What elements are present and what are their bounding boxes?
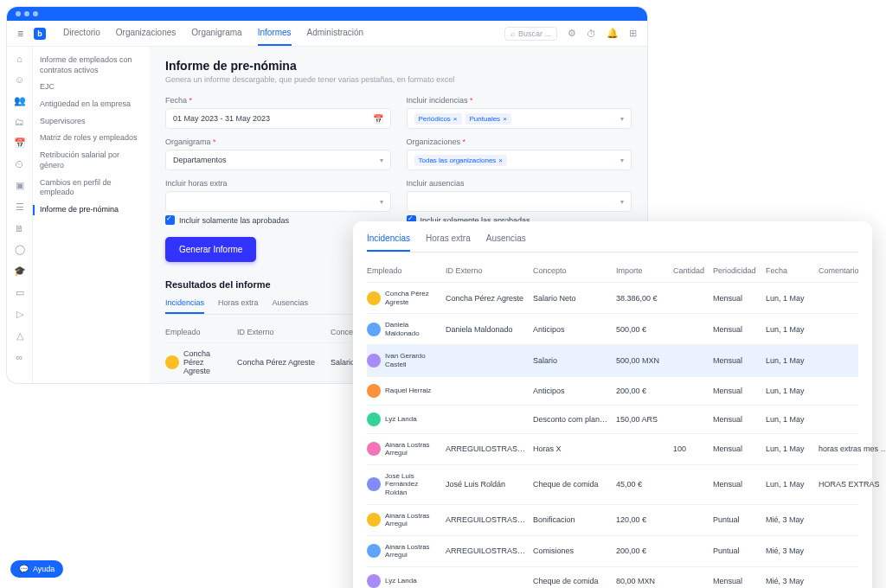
report-nav-item[interactable]: Antigüedad en la empresa <box>40 99 143 110</box>
select-horas-extra[interactable]: ▾ <box>165 191 391 212</box>
help-button[interactable]: 💬 Ayuda <box>10 560 63 578</box>
calendar-icon: 📅 <box>373 114 383 124</box>
topnav-item[interactable]: Informes <box>258 21 292 46</box>
label-organizaciones: Organizaciones <box>407 137 632 146</box>
gear-icon[interactable]: ⚙ <box>568 28 576 39</box>
results-tab[interactable]: Horas extra <box>218 298 259 314</box>
overlay-tab[interactable]: Horas extra <box>426 233 471 252</box>
icon-rail: ⌂ ☺ 👥 🗂 📅 ⏲ ▣ ☰ 🗎 ◯ 🎓 ▭ ▷ △ ∞ <box>7 47 33 383</box>
table-row[interactable]: Concha Pérez AgresteConcha Pérez Agreste… <box>367 283 858 314</box>
label-organigrama: Organigrama <box>165 137 391 146</box>
report-nav-item[interactable]: Supervisores <box>40 117 143 127</box>
tool-icon[interactable]: ▭ <box>16 287 24 298</box>
table-row[interactable]: Ivan Gerardo CastellSalario500,00 MXNMen… <box>367 345 858 376</box>
overlay-tabs: IncidenciasHoras extraAusencias <box>367 233 858 252</box>
label-horas-extra: Incluir horas extra <box>165 179 391 188</box>
users-icon[interactable]: 👥 <box>14 95 26 106</box>
input-fecha[interactable]: 01 May 2023 - 31 May 2023📅 <box>165 108 391 129</box>
table-row[interactable]: José Luis Fernández RoldánJosé Luis Rold… <box>367 465 858 505</box>
generate-report-button[interactable]: Generar Informe <box>165 237 256 262</box>
topnav-item[interactable]: Administración <box>307 21 364 46</box>
chip-remove-icon[interactable]: × <box>503 115 507 123</box>
report-nav-item[interactable]: Informe de pre-nómina <box>33 205 143 215</box>
chevron-down-icon: ▾ <box>380 198 383 206</box>
table-row[interactable]: Raquel HerraizAnticipos200,00 €MensualLu… <box>367 377 858 406</box>
select-incidencias[interactable]: Periódicos ×Puntuales ×▾ <box>407 108 632 129</box>
chip-remove-icon[interactable]: × <box>453 115 458 123</box>
overlay-tab[interactable]: Ausencias <box>486 233 526 252</box>
user-icon[interactable]: ☺ <box>15 74 24 85</box>
chip[interactable]: Todas las organizaciones × <box>414 155 508 166</box>
search-icon: ⌕ <box>510 29 515 38</box>
chevron-down-icon: ▾ <box>620 157 624 164</box>
report-nav-item[interactable]: Cambios en perfil de empleado <box>40 178 143 198</box>
results-tab[interactable]: Ausencias <box>273 298 309 314</box>
topnav-item[interactable]: Directorio <box>63 21 100 46</box>
cap-icon[interactable]: 🎓 <box>14 265 26 277</box>
page-title: Informe de pre-nómina <box>165 59 632 73</box>
detail-overlay: IncidenciasHoras extraAusencias Empleado… <box>353 221 872 588</box>
table-row[interactable]: Lyz LandaCheque de comida80,00 MXNMensua… <box>367 567 858 588</box>
overlay-header: EmpleadoID ExternoConceptoImporteCantida… <box>367 259 858 283</box>
chip[interactable]: Puntuales × <box>465 113 511 125</box>
results-tab[interactable]: Incidencias <box>165 298 204 314</box>
report-nav-item[interactable]: Matriz de roles y empleados <box>40 133 143 144</box>
topbar: ≡ b DirectorioOrganizacionesOrganigramaI… <box>7 21 647 47</box>
chip[interactable]: Periódicos × <box>414 113 462 125</box>
report-nav-item[interactable]: EJC <box>40 82 143 93</box>
play-icon[interactable]: ▷ <box>16 309 23 320</box>
briefcase-icon[interactable]: 🗂 <box>15 117 24 127</box>
report-nav-item[interactable]: Informe de empleados con contratos activ… <box>40 55 143 75</box>
report-nav-item[interactable]: Retribución salarial por género <box>40 150 143 170</box>
stopwatch-icon[interactable]: ⏱ <box>587 29 596 39</box>
table-row[interactable]: Lyz LandaDesconto com plano de Saúde150,… <box>367 406 858 434</box>
grid-icon[interactable]: ⊞ <box>629 28 637 39</box>
chevron-down-icon: ▾ <box>620 115 624 123</box>
chevron-down-icon: ▾ <box>620 198 624 206</box>
report-sidebar: Informe de empleados con contratos activ… <box>33 47 150 383</box>
link-icon[interactable]: ∞ <box>16 352 23 362</box>
menu-icon[interactable]: ≡ <box>17 28 23 40</box>
chevron-down-icon: ▾ <box>380 157 383 164</box>
window-titlebar <box>7 7 647 21</box>
app-logo[interactable]: b <box>34 28 46 40</box>
calendar-icon[interactable]: 📅 <box>14 137 26 149</box>
table-row[interactable]: Daniela MaldonadoDaniela MaldonadoAntici… <box>367 314 858 345</box>
table-row[interactable]: Ainara Lostras ArreguiARREGUILOSTRASAINA… <box>367 536 858 567</box>
table-row[interactable]: Ainara Lostras ArreguiARREGUILOSTRASAINA… <box>367 505 858 536</box>
list-icon[interactable]: ☰ <box>16 201 24 213</box>
topnav-item[interactable]: Organizaciones <box>116 21 176 46</box>
select-organizaciones[interactable]: Todas las organizaciones ×▾ <box>407 150 632 170</box>
globe-icon[interactable]: ◯ <box>15 244 25 255</box>
search-input[interactable]: ⌕ Buscar ... <box>504 27 557 41</box>
chart-icon[interactable]: ▣ <box>16 180 24 191</box>
label-incidencias: Incluir incidencias <box>407 96 632 105</box>
doc-icon[interactable]: 🗎 <box>15 223 24 233</box>
bell-icon[interactable]: 🔔 <box>607 28 619 39</box>
select-ausencias[interactable]: ▾ <box>407 191 632 212</box>
overlay-tab[interactable]: Incidencias <box>367 233 410 252</box>
top-nav: DirectorioOrganizacionesOrganigramaInfor… <box>63 21 363 46</box>
label-ausencias: Incluir ausencias <box>407 179 632 188</box>
chip-remove-icon[interactable]: × <box>498 157 503 164</box>
clock-icon[interactable]: ⏲ <box>15 159 24 169</box>
chat-icon: 💬 <box>19 565 29 573</box>
home-icon[interactable]: ⌂ <box>16 54 22 64</box>
topnav-item[interactable]: Organigrama <box>191 21 241 46</box>
page-subtitle: Genera un informe descargable, que puede… <box>165 75 632 84</box>
label-fecha: Fecha <box>165 96 391 105</box>
table-row[interactable]: Ainara Lostras ArreguiARREGUILOSTRASAINA… <box>367 434 858 465</box>
warn-icon[interactable]: △ <box>16 330 23 342</box>
select-organigrama[interactable]: Departamentos▾ <box>165 150 391 170</box>
